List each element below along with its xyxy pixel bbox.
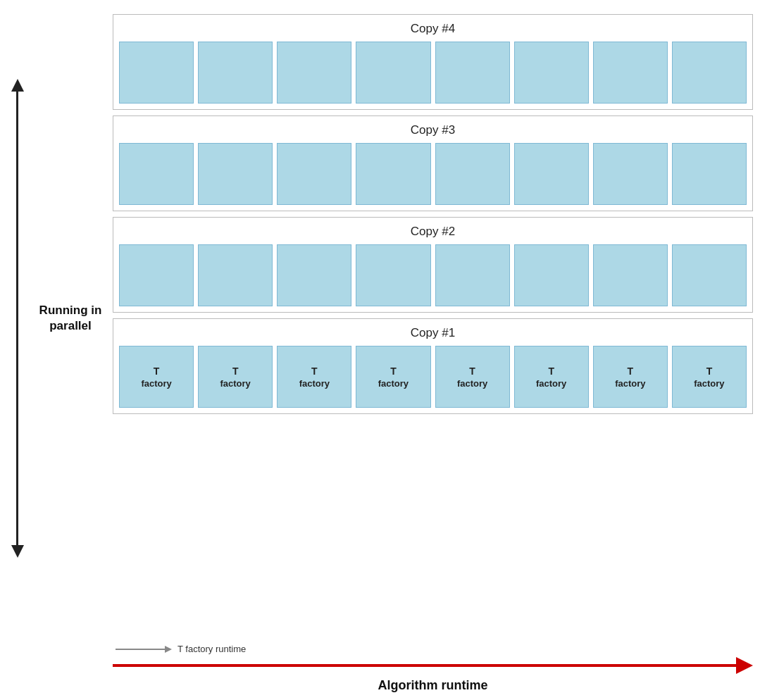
algo-arrow-line: [113, 664, 736, 667]
factory-box: [514, 244, 589, 306]
factory-box: [672, 42, 747, 104]
copy3-title: Copy #3: [119, 120, 747, 139]
right-content: Copy #4 Copy #3: [113, 7, 760, 700]
t-runtime-label: T factory runtime: [177, 644, 246, 654]
factory-box-labeled: T factory: [672, 346, 747, 408]
factory-box: [514, 143, 589, 205]
factory-box: [198, 244, 273, 306]
bottom-area: T factory runtime Algorithm runtime: [113, 641, 753, 700]
algo-arrowhead-icon: [736, 657, 753, 674]
factory-box: [435, 244, 510, 306]
f-label: factory: [299, 378, 330, 389]
t-label: T: [390, 365, 397, 377]
factory-box: [119, 244, 194, 306]
f-label: factory: [378, 378, 409, 389]
factory-box-labeled: T factory: [514, 346, 589, 408]
copy-group-2: Copy #2: [113, 217, 753, 313]
axis-and-label: Running inparallel: [11, 79, 102, 558]
factory-box: [198, 42, 273, 104]
arrow-line: [16, 92, 18, 545]
f-label: factory: [220, 378, 251, 389]
t-arrow-line: [116, 649, 165, 650]
arrow-up-icon: [11, 79, 24, 92]
factory-box: [277, 143, 351, 205]
f-label: factory: [615, 378, 645, 389]
copy-group-3: Copy #3: [113, 115, 753, 211]
algo-runtime-label: Algorithm runtime: [113, 678, 753, 693]
t-arrowhead-icon: [165, 646, 172, 653]
t-label: T: [628, 365, 634, 377]
f-label: factory: [141, 378, 171, 389]
copy4-title: Copy #4: [119, 19, 747, 37]
copy-group-4: Copy #4: [113, 14, 753, 110]
factory-box: [277, 244, 351, 306]
factory-box: [593, 42, 668, 104]
parallel-label: Running inparallel: [39, 303, 102, 334]
factory-box-labeled: T factory: [198, 346, 273, 408]
factory-box: [593, 244, 668, 306]
t-runtime-row: T factory runtime: [113, 644, 753, 654]
factory-box-labeled: T factory: [119, 346, 194, 408]
factory-box: [119, 42, 194, 104]
t-label: T: [548, 365, 554, 377]
copy4-row: [119, 42, 747, 104]
factory-box: [356, 143, 430, 205]
copy1-row: T factory T factory T factory T factory: [119, 346, 747, 408]
arrow-down-icon: [11, 545, 24, 558]
t-label: T: [706, 365, 713, 377]
copy3-row: [119, 143, 747, 205]
algo-runtime-row: [113, 657, 753, 674]
t-label: T: [311, 365, 318, 377]
factory-box: [435, 143, 510, 205]
left-axis: Running inparallel: [0, 7, 113, 700]
f-label: factory: [457, 378, 487, 389]
t-label: T: [232, 365, 239, 377]
factory-box: [672, 143, 747, 205]
factory-box: [356, 244, 430, 306]
factory-box: [277, 42, 351, 104]
copy1-title: Copy #1: [119, 323, 747, 342]
factory-box-labeled: T factory: [435, 346, 510, 408]
factory-box-labeled: T factory: [277, 346, 351, 408]
diagram-container: Running inparallel Copy #4: [0, 7, 760, 700]
factory-box: [672, 244, 747, 306]
copies-area: Copy #4 Copy #3: [113, 7, 753, 641]
copy-group-1: Copy #1 T factory T factory T factory: [113, 318, 753, 414]
copy2-row: [119, 244, 747, 306]
f-label: factory: [536, 378, 566, 389]
copy2-title: Copy #2: [119, 222, 747, 240]
factory-box: [435, 42, 510, 104]
factory-box: [356, 42, 430, 104]
factory-box-labeled: T factory: [593, 346, 668, 408]
factory-box: [119, 143, 194, 205]
factory-box-labeled: T factory: [356, 346, 430, 408]
factory-box: [198, 143, 273, 205]
factory-box: [593, 143, 668, 205]
f-label: factory: [694, 378, 724, 389]
vertical-arrow: [11, 79, 24, 558]
t-label: T: [469, 365, 475, 377]
factory-box: [514, 42, 589, 104]
t-label: T: [154, 365, 160, 377]
t-runtime-arrow: [116, 646, 172, 653]
